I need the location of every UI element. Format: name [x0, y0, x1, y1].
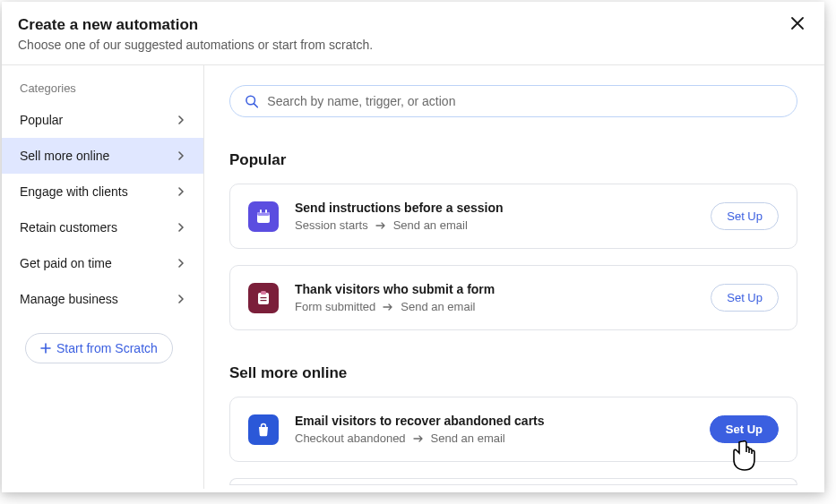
plus-icon — [40, 343, 51, 354]
chevron-right-icon — [177, 149, 185, 163]
card-title: Send instructions before a session — [295, 201, 694, 215]
card-body: Thank visitors who submit a form Form su… — [295, 282, 694, 313]
chevron-right-icon — [177, 256, 185, 270]
card-trigger: Form submitted — [295, 300, 375, 313]
clipboard-icon — [248, 283, 279, 313]
svg-rect-4 — [265, 209, 267, 213]
automation-card-session-instructions: Send instructions before a session Sessi… — [229, 184, 797, 249]
card-title: Thank visitors who submit a form — [295, 282, 694, 296]
chevron-right-icon — [177, 113, 185, 127]
sidebar-item-label: Popular — [20, 113, 63, 127]
card-trigger: Session starts — [295, 218, 368, 232]
section-title-sell-more: Sell more online — [229, 364, 797, 382]
svg-rect-2 — [257, 212, 270, 216]
section-title-popular: Popular — [229, 151, 797, 169]
search-input[interactable] — [267, 94, 782, 108]
close-button[interactable] — [790, 16, 808, 34]
svg-rect-3 — [260, 209, 262, 213]
sidebar-title: Categories — [2, 81, 203, 102]
svg-rect-8 — [261, 300, 267, 301]
main-content: Popular Send instructions before a sessi… — [204, 65, 824, 489]
sidebar-item-label: Engage with clients — [20, 184, 128, 199]
svg-rect-6 — [261, 291, 266, 295]
page-subtitle: Choose one of our suggested automations … — [18, 38, 806, 52]
card-body: Email visitors to recover abandoned cart… — [295, 414, 694, 445]
page-title: Create a new automation — [18, 16, 806, 34]
scratch-wrap: Start from Scratch — [2, 317, 203, 363]
sidebar-item-engage-clients[interactable]: Engage with clients — [2, 174, 203, 209]
sidebar-item-manage-business[interactable]: Manage business — [2, 281, 203, 317]
sidebar-item-label: Manage business — [20, 292, 118, 306]
card-body: Send instructions before a session Sessi… — [295, 201, 694, 232]
sidebar-item-label: Sell more online — [20, 149, 109, 163]
close-icon — [790, 16, 805, 30]
shopping-bag-icon — [248, 414, 279, 445]
card-subtitle: Form submitted Send an email — [295, 300, 694, 313]
sidebar-item-label: Retain customers — [20, 220, 117, 235]
chevron-right-icon — [177, 184, 185, 199]
card-title: Email visitors to recover abandoned cart… — [295, 414, 694, 428]
sidebar-item-label: Get paid on time — [20, 256, 112, 270]
modal-header: Create a new automation Choose one of ou… — [2, 2, 824, 65]
search-icon — [245, 94, 258, 108]
card-subtitle: Session starts Send an email — [295, 218, 694, 232]
arrow-right-icon — [383, 303, 393, 312]
start-from-scratch-button[interactable]: Start from Scratch — [25, 333, 173, 363]
card-action: Send an email — [431, 431, 505, 445]
setup-button[interactable]: Set Up — [711, 202, 779, 230]
chevron-right-icon — [177, 292, 185, 306]
card-trigger: Checkout abandoned — [295, 431, 406, 445]
modal-body: Categories Popular Sell more online Enga… — [2, 65, 824, 489]
automation-card-abandoned-cart: Email visitors to recover abandoned cart… — [229, 397, 797, 462]
scratch-btn-label: Start from Scratch — [56, 341, 158, 355]
chevron-right-icon — [177, 220, 185, 235]
calendar-icon — [248, 201, 279, 232]
automation-card-partial — [229, 478, 797, 485]
card-subtitle: Checkout abandoned Send an email — [295, 431, 694, 445]
arrow-right-icon — [413, 434, 424, 443]
sidebar-item-popular[interactable]: Popular — [2, 102, 203, 138]
card-action: Send an email — [393, 218, 468, 232]
setup-button[interactable]: Set Up — [711, 284, 779, 312]
setup-button-primary[interactable]: Set Up — [710, 415, 779, 443]
svg-rect-7 — [261, 297, 267, 298]
sidebar-item-sell-more-online[interactable]: Sell more online — [2, 138, 203, 174]
sidebar-item-get-paid[interactable]: Get paid on time — [2, 245, 203, 281]
automation-card-thank-form: Thank visitors who submit a form Form su… — [229, 265, 797, 330]
card-action: Send an email — [401, 300, 475, 313]
search-box[interactable] — [229, 85, 797, 117]
arrow-right-icon — [375, 221, 386, 230]
automation-modal: Create a new automation Choose one of ou… — [2, 2, 824, 492]
categories-sidebar: Categories Popular Sell more online Enga… — [2, 65, 204, 489]
sidebar-item-retain-customers[interactable]: Retain customers — [2, 209, 203, 245]
